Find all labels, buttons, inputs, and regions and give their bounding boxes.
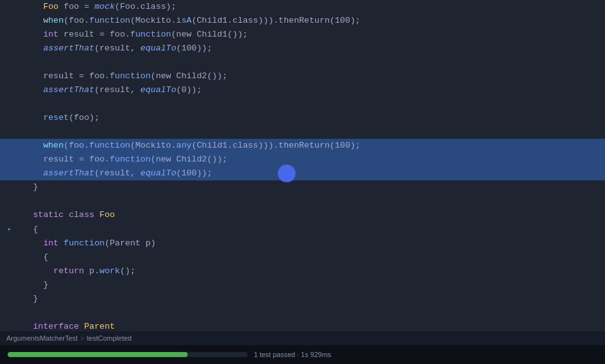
- bottom-bar: 1 test passed · 1s 929ms: [0, 345, 605, 364]
- code-line: result = foo.function(new Child2());: [0, 153, 605, 167]
- code-line: reset(foo);: [0, 111, 605, 125]
- code-line: Foo foo = mock(Foo.class);: [0, 0, 605, 14]
- cursor-dot: [278, 165, 296, 182]
- code-line: assertThat(result, equalTo(100));: [0, 167, 605, 180]
- test-result-label: 1 test passed · 1s 929ms: [254, 351, 331, 358]
- code-line: }: [0, 292, 605, 306]
- code-line: when(foo.function(Mockito.any(Child1.cla…: [0, 139, 605, 153]
- code-text: static class Foo: [19, 208, 605, 222]
- code-line: assertThat(result, equalTo(100));: [0, 42, 605, 56]
- code-line: assertThat(result, equalTo(0));: [0, 83, 605, 97]
- code-line: [0, 125, 605, 139]
- progress-bar-fill: [8, 352, 188, 357]
- code-line: [0, 194, 605, 208]
- code-line: int function(Parent p): [0, 237, 605, 250]
- code-line: [0, 97, 605, 111]
- code-text: assertThat(result, equalTo(100));: [19, 167, 605, 180]
- code-line: static class Foo: [0, 208, 605, 222]
- breadcrumb-part2: testCompleted: [87, 334, 132, 342]
- code-text: int result = foo.function(new Child1());: [19, 28, 605, 42]
- breadcrumb: ArgumentsMatcherTest > testCompleted: [6, 334, 131, 342]
- code-text: interface Parent: [19, 320, 605, 331]
- code-text: }: [19, 292, 605, 306]
- code-text: when(foo.function(Mockito.any(Child1.cla…: [19, 139, 605, 153]
- code-text: }: [19, 278, 605, 292]
- code-text: int function(Parent p): [19, 237, 605, 250]
- code-text: when(foo.function(Mockito.isA(Child1.cla…: [19, 14, 605, 28]
- code-line: int result = foo.function(new Child1());: [0, 28, 605, 42]
- code-text: {: [19, 223, 605, 237]
- code-line: result = foo.function(new Child2());: [0, 69, 605, 83]
- status-bar: ArgumentsMatcherTest > testCompleted: [0, 331, 605, 345]
- code-line: [0, 306, 605, 320]
- code-text: result = foo.function(new Child2());: [19, 153, 605, 167]
- code-text: Foo foo = mock(Foo.class);: [19, 0, 605, 14]
- code-text: reset(foo);: [19, 111, 605, 125]
- code-line: ▸ {: [0, 222, 605, 237]
- code-line: [0, 56, 605, 69]
- code-line: interface Parent: [0, 320, 605, 331]
- gutter: ▸: [0, 222, 19, 237]
- code-line: {: [0, 250, 605, 264]
- code-text: {: [19, 250, 605, 264]
- breadcrumb-separator: >: [80, 334, 84, 342]
- breadcrumb-part1: ArgumentsMatcherTest: [6, 334, 78, 342]
- code-line: }: [0, 278, 605, 292]
- code-line: }: [0, 180, 605, 194]
- code-text: assertThat(result, equalTo(100));: [19, 42, 605, 56]
- code-text: assertThat(result, equalTo(0));: [19, 83, 605, 97]
- progress-bar-container: [8, 352, 248, 357]
- code-text: }: [19, 180, 605, 194]
- code-line: when(foo.function(Mockito.isA(Child1.cla…: [0, 14, 605, 28]
- code-text: result = foo.function(new Child2());: [19, 69, 605, 83]
- fold-icon[interactable]: ▸: [8, 226, 11, 233]
- editor-area: Foo foo = mock(Foo.class); when(foo.func…: [0, 0, 605, 331]
- code-text: return p.work();: [19, 264, 605, 278]
- code-line: return p.work();: [0, 264, 605, 278]
- code-container: Foo foo = mock(Foo.class); when(foo.func…: [0, 0, 605, 331]
